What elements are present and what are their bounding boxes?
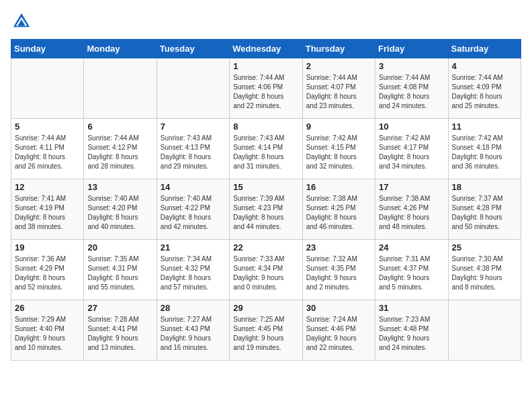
- day-header-tuesday: Tuesday: [157, 40, 229, 58]
- day-number: 31: [379, 303, 444, 313]
- day-number: 25: [452, 242, 517, 253]
- calendar-cell: 3Sunrise: 7:44 AM Sunset: 4:08 PM Daylig…: [375, 58, 448, 119]
- day-number: 15: [233, 182, 298, 192]
- day-info: Sunrise: 7:28 AM Sunset: 4:41 PM Dayligh…: [87, 315, 152, 353]
- day-number: 12: [15, 182, 80, 192]
- day-info: Sunrise: 7:44 AM Sunset: 4:09 PM Dayligh…: [452, 73, 517, 111]
- day-header-saturday: Saturday: [448, 40, 521, 58]
- day-number: 13: [87, 182, 152, 192]
- logo: [11, 11, 34, 32]
- calendar-cell: 14Sunrise: 7:40 AM Sunset: 4:22 PM Dayli…: [157, 179, 229, 240]
- day-number: 26: [15, 303, 80, 313]
- calendar-cell: 6Sunrise: 7:44 AM Sunset: 4:12 PM Daylig…: [84, 119, 157, 179]
- calendar-cell: 29Sunrise: 7:25 AM Sunset: 4:45 PM Dayli…: [230, 300, 302, 361]
- day-number: 21: [161, 242, 226, 253]
- day-info: Sunrise: 7:40 AM Sunset: 4:22 PM Dayligh…: [161, 194, 226, 232]
- day-info: Sunrise: 7:43 AM Sunset: 4:13 PM Dayligh…: [161, 134, 226, 171]
- day-header-sunday: Sunday: [11, 40, 84, 58]
- calendar-cell: 15Sunrise: 7:39 AM Sunset: 4:23 PM Dayli…: [230, 179, 302, 240]
- day-info: Sunrise: 7:44 AM Sunset: 4:11 PM Dayligh…: [15, 134, 80, 171]
- calendar-cell: [84, 58, 157, 119]
- calendar-cell: 30Sunrise: 7:24 AM Sunset: 4:46 PM Dayli…: [302, 300, 375, 361]
- calendar-cell: 25Sunrise: 7:30 AM Sunset: 4:38 PM Dayli…: [448, 240, 521, 300]
- week-row-1: 1Sunrise: 7:44 AM Sunset: 4:06 PM Daylig…: [11, 58, 521, 119]
- day-number: 27: [87, 303, 152, 313]
- day-info: Sunrise: 7:42 AM Sunset: 4:18 PM Dayligh…: [452, 134, 517, 171]
- day-info: Sunrise: 7:41 AM Sunset: 4:19 PM Dayligh…: [15, 194, 80, 232]
- day-info: Sunrise: 7:23 AM Sunset: 4:48 PM Dayligh…: [379, 315, 444, 353]
- calendar-cell: [448, 300, 521, 361]
- day-info: Sunrise: 7:33 AM Sunset: 4:34 PM Dayligh…: [233, 255, 298, 292]
- day-header-wednesday: Wednesday: [230, 40, 302, 58]
- calendar-cell: 27Sunrise: 7:28 AM Sunset: 4:41 PM Dayli…: [84, 300, 157, 361]
- calendar-cell: 5Sunrise: 7:44 AM Sunset: 4:11 PM Daylig…: [11, 119, 84, 179]
- day-info: Sunrise: 7:31 AM Sunset: 4:37 PM Dayligh…: [379, 255, 444, 292]
- calendar-cell: 31Sunrise: 7:23 AM Sunset: 4:48 PM Dayli…: [375, 300, 448, 361]
- calendar-cell: 1Sunrise: 7:44 AM Sunset: 4:06 PM Daylig…: [230, 58, 302, 119]
- day-number: 9: [306, 122, 371, 132]
- day-number: 6: [87, 122, 152, 132]
- day-number: 23: [306, 242, 371, 253]
- calendar-cell: 20Sunrise: 7:35 AM Sunset: 4:31 PM Dayli…: [84, 240, 157, 300]
- day-info: Sunrise: 7:25 AM Sunset: 4:45 PM Dayligh…: [233, 315, 298, 353]
- day-number: 2: [306, 61, 371, 71]
- day-number: 29: [233, 303, 298, 313]
- day-number: 28: [161, 303, 226, 313]
- calendar-cell: 22Sunrise: 7:33 AM Sunset: 4:34 PM Dayli…: [230, 240, 302, 300]
- calendar-cell: [11, 58, 84, 119]
- calendar-cell: 19Sunrise: 7:36 AM Sunset: 4:29 PM Dayli…: [11, 240, 84, 300]
- day-number: 10: [379, 122, 444, 132]
- calendar-cell: 26Sunrise: 7:29 AM Sunset: 4:40 PM Dayli…: [11, 300, 84, 361]
- calendar-table: SundayMondayTuesdayWednesdayThursdayFrid…: [11, 39, 521, 361]
- day-number: 5: [15, 122, 80, 132]
- week-row-5: 26Sunrise: 7:29 AM Sunset: 4:40 PM Dayli…: [11, 300, 521, 361]
- calendar-cell: [157, 58, 229, 119]
- calendar-cell: 11Sunrise: 7:42 AM Sunset: 4:18 PM Dayli…: [448, 119, 521, 179]
- calendar-cell: 7Sunrise: 7:43 AM Sunset: 4:13 PM Daylig…: [157, 119, 229, 179]
- week-row-3: 12Sunrise: 7:41 AM Sunset: 4:19 PM Dayli…: [11, 179, 521, 240]
- calendar-cell: 10Sunrise: 7:42 AM Sunset: 4:17 PM Dayli…: [375, 119, 448, 179]
- day-number: 24: [379, 242, 444, 253]
- calendar-cell: 9Sunrise: 7:42 AM Sunset: 4:15 PM Daylig…: [302, 119, 375, 179]
- day-info: Sunrise: 7:40 AM Sunset: 4:20 PM Dayligh…: [87, 194, 152, 232]
- day-header-friday: Friday: [375, 40, 448, 58]
- day-info: Sunrise: 7:44 AM Sunset: 4:06 PM Dayligh…: [233, 73, 298, 111]
- day-info: Sunrise: 7:37 AM Sunset: 4:28 PM Dayligh…: [452, 194, 517, 232]
- calendar-cell: 17Sunrise: 7:38 AM Sunset: 4:26 PM Dayli…: [375, 179, 448, 240]
- calendar-cell: 12Sunrise: 7:41 AM Sunset: 4:19 PM Dayli…: [11, 179, 84, 240]
- day-info: Sunrise: 7:29 AM Sunset: 4:40 PM Dayligh…: [15, 315, 80, 353]
- day-number: 7: [161, 122, 226, 132]
- day-info: Sunrise: 7:30 AM Sunset: 4:38 PM Dayligh…: [452, 255, 517, 292]
- calendar-cell: 13Sunrise: 7:40 AM Sunset: 4:20 PM Dayli…: [84, 179, 157, 240]
- day-number: 20: [87, 242, 152, 253]
- week-row-4: 19Sunrise: 7:36 AM Sunset: 4:29 PM Dayli…: [11, 240, 521, 300]
- day-info: Sunrise: 7:44 AM Sunset: 4:07 PM Dayligh…: [306, 73, 371, 111]
- calendar-cell: 2Sunrise: 7:44 AM Sunset: 4:07 PM Daylig…: [302, 58, 375, 119]
- day-info: Sunrise: 7:35 AM Sunset: 4:31 PM Dayligh…: [87, 255, 152, 292]
- day-info: Sunrise: 7:34 AM Sunset: 4:32 PM Dayligh…: [161, 255, 226, 292]
- calendar-cell: 24Sunrise: 7:31 AM Sunset: 4:37 PM Dayli…: [375, 240, 448, 300]
- page-header: [11, 11, 521, 32]
- week-row-2: 5Sunrise: 7:44 AM Sunset: 4:11 PM Daylig…: [11, 119, 521, 179]
- day-header-monday: Monday: [84, 40, 157, 58]
- day-info: Sunrise: 7:32 AM Sunset: 4:35 PM Dayligh…: [306, 255, 371, 292]
- day-info: Sunrise: 7:38 AM Sunset: 4:26 PM Dayligh…: [379, 194, 444, 232]
- day-info: Sunrise: 7:36 AM Sunset: 4:29 PM Dayligh…: [15, 255, 80, 292]
- calendar-cell: 18Sunrise: 7:37 AM Sunset: 4:28 PM Dayli…: [448, 179, 521, 240]
- day-info: Sunrise: 7:44 AM Sunset: 4:12 PM Dayligh…: [87, 134, 152, 171]
- day-number: 19: [15, 242, 80, 253]
- day-number: 11: [452, 122, 517, 132]
- day-number: 17: [379, 182, 444, 192]
- day-number: 22: [233, 242, 298, 253]
- day-info: Sunrise: 7:39 AM Sunset: 4:23 PM Dayligh…: [233, 194, 298, 232]
- day-info: Sunrise: 7:27 AM Sunset: 4:43 PM Dayligh…: [161, 315, 226, 353]
- calendar-cell: 28Sunrise: 7:27 AM Sunset: 4:43 PM Dayli…: [157, 300, 229, 361]
- day-info: Sunrise: 7:38 AM Sunset: 4:25 PM Dayligh…: [306, 194, 371, 232]
- calendar-cell: 8Sunrise: 7:43 AM Sunset: 4:14 PM Daylig…: [230, 119, 302, 179]
- calendar-cell: 21Sunrise: 7:34 AM Sunset: 4:32 PM Dayli…: [157, 240, 229, 300]
- day-number: 1: [233, 61, 298, 71]
- day-info: Sunrise: 7:44 AM Sunset: 4:08 PM Dayligh…: [379, 73, 444, 111]
- calendar-cell: 23Sunrise: 7:32 AM Sunset: 4:35 PM Dayli…: [302, 240, 375, 300]
- day-info: Sunrise: 7:24 AM Sunset: 4:46 PM Dayligh…: [306, 315, 371, 353]
- logo-icon: [12, 11, 31, 30]
